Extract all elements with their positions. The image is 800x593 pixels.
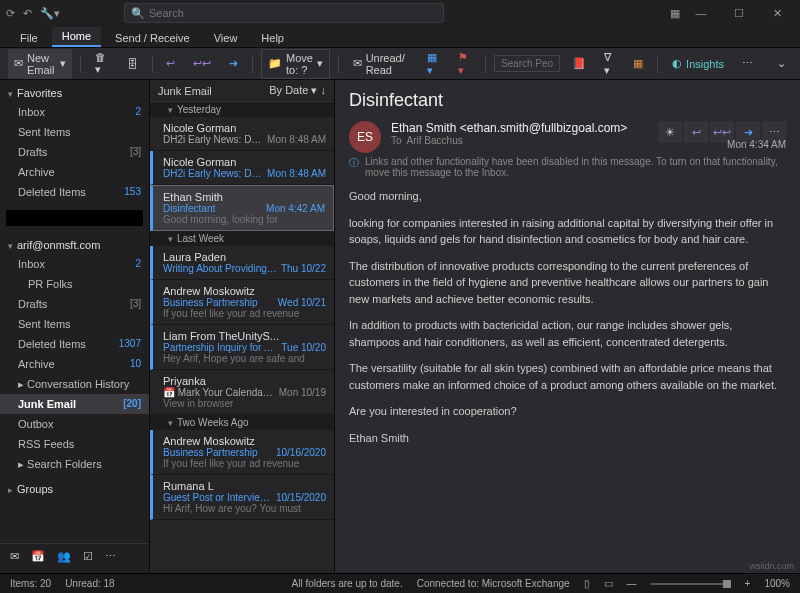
group-header[interactable]: Last Week [150,231,334,246]
sender-line: Ethan Smith <ethan.smith@fullbizgoal.com… [391,121,648,135]
nav-pane: Favorites Inbox2Sent ItemsDrafts[3]Archi… [0,80,150,573]
sort-button[interactable]: By Date ▾ ↓ [269,84,326,97]
search-input[interactable] [149,7,437,19]
watermark: wsiidn.com [749,561,794,571]
nav-item[interactable]: Sent Items [0,314,149,334]
archive-button[interactable]: 🗄 [121,55,144,73]
nav-more-icon[interactable]: ⋯ [105,550,116,563]
new-email-button[interactable]: ✉ New Email ▾ [8,49,72,79]
move-to-dropdown[interactable]: 📁 Move to: ? ▾ [261,49,330,79]
reply-all-button[interactable]: ↩↩ [187,54,217,73]
title-bar: ⟳ ↶ 🔧▾ 🔍 ▦ — ☐ ✕ [0,0,800,26]
customize-icon[interactable]: 🔧▾ [40,7,60,20]
message-item[interactable]: Andrew MoskowitzBusiness PartnershipWed … [150,280,334,325]
tab-help[interactable]: Help [251,29,294,47]
insights-button[interactable]: ◐ Insights [666,54,730,73]
filter-button[interactable]: ∇ ▾ [598,48,621,80]
menu-bar: File Home Send / Receive View Help [0,26,800,48]
message-item[interactable]: Liam From TheUnityS...Partnership Inquir… [150,325,334,370]
search-icon: 🔍 [131,7,145,20]
message-item[interactable]: Laura PadenWriting About Providing To...… [150,246,334,280]
forward-button[interactable]: ➜ [223,54,244,73]
message-item[interactable]: Priyanka📅 Mark Your Calendars to M...Mon… [150,370,334,415]
calendar-icon[interactable]: 📅 [31,550,45,563]
mail-icon[interactable]: ✉ [10,550,19,563]
message-list: Junk Email By Date ▾ ↓ YesterdayNicole G… [150,80,335,573]
message-body: Good morning,looking for companies inter… [349,188,786,456]
info-icon: ⓘ [349,156,359,170]
nav-item[interactable]: Archive10 [0,354,149,374]
nav-item[interactable]: Inbox2 [0,102,149,122]
unread-read-button[interactable]: ✉ Unread/ Read [347,49,415,79]
status-items: Items: 20 [10,578,51,589]
flag-button[interactable]: ⚑ ▾ [452,48,477,80]
nav-item[interactable]: Drafts[3] [0,142,149,162]
zoom-in-icon[interactable]: + [745,578,751,589]
nav-item[interactable]: Drafts[3] [0,294,149,314]
status-connected: Connected to: Microsoft Exchange [417,578,570,589]
address-book-button[interactable]: 📕 [566,54,592,73]
message-subject: Disinfectant [349,90,786,111]
tab-view[interactable]: View [204,29,248,47]
search-people[interactable] [494,55,560,72]
group-header[interactable]: Yesterday [150,102,334,117]
close-button[interactable]: ✕ [760,0,794,26]
ribbon: ✉ New Email ▾ 🗑 ▾ 🗄 ↩ ↩↩ ➜ 📁 Move to: ? … [0,48,800,80]
nav-item[interactable]: PR Folks [0,274,149,294]
zoom-slider[interactable] [651,583,731,585]
groups-button[interactable]: ▦ [627,54,649,73]
nav-item[interactable]: Deleted Items1307 [0,334,149,354]
message-item[interactable]: Nicole GormanDH2i Early News: DxOdyssey … [150,117,334,151]
nav-item[interactable]: ▸ Conversation History [0,374,149,394]
status-unread: Unread: 18 [65,578,114,589]
minimize-button[interactable]: — [684,0,718,26]
nav-item[interactable]: ▸ Search Folders [0,454,149,474]
message-date: Mon 4:34 AM [349,139,786,150]
coming-soon-icon[interactable]: ▦ [670,7,680,20]
delete-button[interactable]: 🗑 ▾ [89,48,115,79]
status-bar: Items: 20 Unread: 18 All folders are up … [0,573,800,593]
nav-item[interactable]: Archive [0,162,149,182]
info-bar: ⓘ Links and other functionality have bee… [349,156,786,178]
tab-file[interactable]: File [10,29,48,47]
nav-item[interactable]: Junk Email[20] [0,394,149,414]
ribbon-more-button[interactable]: ⋯ [736,54,759,73]
sync-icon[interactable]: ⟳ [6,7,15,20]
ribbon-collapse-button[interactable]: ⌄ [771,54,792,73]
favorites-header[interactable]: Favorites [0,84,149,102]
message-item[interactable]: Andrew MoskowitzBusiness Partnership10/1… [150,430,334,475]
people-icon[interactable]: 👥 [57,550,71,563]
categorize-button[interactable]: ▦ ▾ [421,48,446,80]
view-normal-icon[interactable]: ▯ [584,578,590,589]
groups-header[interactable]: Groups [0,480,149,498]
tab-home[interactable]: Home [52,27,101,47]
reading-pane: Disinfectant ES Ethan Smith <ethan.smith… [335,80,800,573]
tasks-icon[interactable]: ☑ [83,550,93,563]
nav-item[interactable]: Inbox2 [0,254,149,274]
global-search[interactable]: 🔍 [124,3,444,23]
message-item[interactable]: Ethan SmithDisinfectantMon 4:42 AMGood m… [150,185,334,231]
group-header[interactable]: Two Weeks Ago [150,415,334,430]
redacted-account [6,210,143,226]
folder-title: Junk Email [158,85,212,97]
zoom-value: 100% [764,578,790,589]
message-item[interactable]: Rumana LGuest Post or Interview opp...10… [150,475,334,520]
nav-item[interactable]: Sent Items [0,122,149,142]
nav-item[interactable]: Outbox [0,414,149,434]
view-reading-icon[interactable]: ▭ [604,578,613,589]
message-item[interactable]: Nicole GormanDH2i Early News: DxOdysse..… [150,151,334,185]
account-header[interactable]: arif@onmsft.com [0,236,149,254]
tab-send-receive[interactable]: Send / Receive [105,29,200,47]
maximize-button[interactable]: ☐ [722,0,756,26]
zoom-out-icon[interactable]: — [627,578,637,589]
status-uptodate: All folders are up to date. [292,578,403,589]
undo-icon[interactable]: ↶ [23,7,32,20]
nav-item[interactable]: Deleted Items153 [0,182,149,202]
nav-item[interactable]: RSS Feeds [0,434,149,454]
reply-button[interactable]: ↩ [160,54,181,73]
